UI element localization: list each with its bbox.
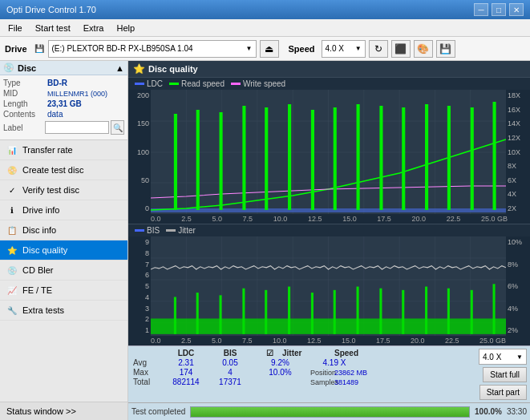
status-window-button[interactable]: Status window >> [0,402,127,420]
menu-extra[interactable]: Extra [79,22,109,34]
status-text: Test completed [131,407,185,416]
legend-bis: BIS [135,226,160,235]
stats-buttons: 4.0 X ▼ Start full Start part [475,346,530,402]
legend-jitter-color [166,229,176,232]
bottom-bar: Test completed 100.0% 33:30 [128,402,530,420]
create-test-disc-icon: 📀 [6,164,18,176]
fe-te-icon: 📈 [6,285,18,296]
chart-title-icon: ⭐ [133,63,145,75]
disc-section-toggle[interactable]: ▲ [115,63,124,73]
svg-rect-28 [493,102,496,210]
lower-x-axis: 0.0 2.5 5.0 7.5 10.0 12.5 15.0 17.5 20.0… [128,336,530,345]
upper-chart-with-axes: 200 150 100 50 0 [128,90,530,214]
svg-rect-27 [471,107,474,210]
disc-type-row: Type BD-R [3,79,124,87]
refresh-button[interactable]: ↻ [369,40,388,58]
drive-select-value: (E:) PLEXTOR BD-R PX-LB950SA 1.04 [52,44,243,53]
drive-dropdown-arrow: ▼ [246,45,253,52]
jitter-checkbox[interactable]: ☑ [266,349,282,357]
max-label: Max [133,368,162,377]
sidebar-item-fe-te[interactable]: 📈 FE / TE [0,281,127,301]
transfer-rate-icon: 📊 [6,144,18,155]
upper-chart-svg [151,90,506,214]
save-button[interactable]: 💾 [436,40,455,58]
stats-avg-row: Avg 2.31 0.05 9.2% 4.19 X [133,358,471,367]
stop-button[interactable]: ⬛ [391,40,411,58]
drive-label: Drive [5,44,27,54]
sidebar-item-create-test-disc[interactable]: 📀 Create test disc [0,160,127,180]
speed-dropdown[interactable]: 4.0 X ▼ [479,349,527,365]
svg-rect-55 [425,287,427,334]
drive-select[interactable]: (E:) PLEXTOR BD-R PX-LB950SA 1.04 ▼ [48,40,257,58]
avg-label: Avg [133,358,162,367]
length-label: Length [3,99,47,108]
svg-rect-43 [151,318,506,333]
menu-file[interactable]: File [3,22,27,34]
mid-label: MID [3,89,47,98]
sidebar-item-cd-bler[interactable]: 💿 CD Bler [0,260,127,281]
label-input[interactable] [45,121,109,134]
avg-speed-value: 4.19 X [310,358,358,367]
sidebar-item-extra-tests[interactable]: 🔧 Extra tests [0,301,127,321]
disc-contents-row: Contents data [3,110,124,119]
avg-bis-value: 0.05 [210,358,250,367]
sidebar-item-verify-test-disc[interactable]: ✓ Verify test disc [0,180,127,200]
svg-rect-51 [334,290,336,334]
disc-section-title: Disc [18,63,36,73]
lower-legend: BIS Jitter [128,224,530,236]
chart-title: Disc quality [148,64,198,74]
length-value: 23,31 GB [47,99,82,108]
minimize-button[interactable]: ─ [474,3,488,16]
legend-bis-label: BIS [147,226,160,235]
type-label: Type [3,79,47,87]
speed-dropdown-arrow: ▼ [355,45,362,52]
legend-write-speed-color [231,83,241,85]
contents-value: data [47,110,63,119]
sidebar-item-label-verify-test-disc: Verify test disc [22,185,79,195]
svg-rect-23 [379,106,382,210]
sidebar-item-disc-quality[interactable]: ⭐ Disc quality [0,240,127,260]
progress-percent: 100.0% [475,407,502,416]
disc-length-row: Length 23,31 GB [3,99,124,108]
stats-header: LDC BIS ☑ Jitter Speed [133,349,471,357]
main-content: ⭐ Disc quality LDC Read speed [128,61,530,420]
max-bis-value: 4 [210,368,250,377]
disc-info-icon: 📋 [6,224,18,236]
stats-rows: LDC BIS ☑ Jitter Speed Avg 2.31 0.05 9.2… [128,346,530,402]
max-position-value: 23862 MB [334,369,382,377]
legend-write-speed-label: Write speed [243,79,285,88]
menu-start-test[interactable]: Start test [30,22,75,34]
sidebar-item-drive-info[interactable]: ℹ Drive info [0,200,127,220]
cd-bler-icon: 💿 [6,265,18,276]
legend-jitter-label: Jitter [178,226,196,235]
svg-rect-25 [425,104,428,210]
upper-x-axis: 0.0 2.5 5.0 7.5 10.0 12.5 15.0 17.5 20.0… [128,214,530,224]
progress-bar [190,406,470,418]
svg-rect-26 [447,106,451,210]
lower-chart-svg [151,236,506,336]
stats-max-row: Max 174 4 10.0% Position 23862 MB [133,368,471,377]
svg-rect-17 [242,106,245,210]
sidebar-item-transfer-rate[interactable]: 📊 Transfer rate [0,140,127,160]
speed-select[interactable]: 4.0 X ▼ [322,40,366,58]
start-part-button[interactable]: Start part [479,385,527,400]
status-window-label: Status window >> [6,406,76,416]
svg-rect-57 [471,290,473,334]
sidebar-item-disc-info[interactable]: 📋 Disc info [0,220,127,240]
color-button[interactable]: 🎨 [414,40,433,58]
total-label: Total [133,378,162,386]
avg-jitter-value: 9.2% [250,358,310,367]
time-elapsed: 33:30 [507,407,527,416]
legend-ldc-label: LDC [147,79,163,88]
label-search-button[interactable]: 🔍 [111,120,124,135]
svg-rect-56 [447,289,450,334]
svg-rect-20 [311,110,314,210]
menu-help[interactable]: Help [111,22,140,34]
maximize-button[interactable]: □ [492,3,506,16]
total-samples-value: 381489 [334,378,382,386]
svg-rect-48 [265,290,267,334]
total-ldc-value: 882114 [162,378,210,386]
eject-button[interactable]: ⏏ [260,40,279,58]
start-full-button[interactable]: Start full [483,367,527,382]
close-button[interactable]: ✕ [509,3,524,16]
